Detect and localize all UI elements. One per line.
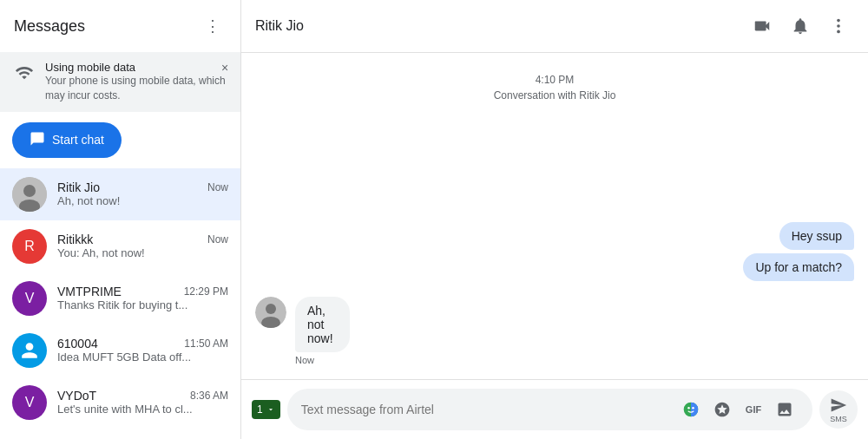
received-message: Ah, not now! bbox=[295, 297, 350, 352]
conv-name-row: VMTPRIME 12:29 PM bbox=[57, 285, 228, 298]
messages-bottom: Hey ssup Up for a match? Ah, not now! No… bbox=[255, 222, 854, 365]
avatar bbox=[255, 297, 286, 328]
banner-close-button[interactable]: × bbox=[216, 59, 233, 76]
conv-name: 610004 bbox=[57, 337, 98, 351]
conv-preview: Thanks Ritik for buying t... bbox=[57, 298, 228, 311]
sim-label: 1 bbox=[257, 403, 263, 416]
svg-point-5 bbox=[837, 30, 840, 34]
svg-point-4 bbox=[837, 24, 840, 28]
sidebar-header: Messages ⋮ bbox=[0, 0, 240, 52]
conv-preview: Let's unite with MHA to cl... bbox=[57, 403, 228, 416]
svg-point-12 bbox=[687, 407, 690, 410]
notifications-button[interactable] bbox=[785, 10, 816, 42]
conv-name: Ritikkk bbox=[57, 233, 93, 246]
conversation-item[interactable]: V VYDoT 8:36 AM Let's unite with MHA to … bbox=[0, 377, 240, 429]
received-message-row: Ah, not now! Now bbox=[255, 297, 854, 365]
banner-text: Using mobile data Your phone is using mo… bbox=[45, 61, 228, 103]
sidebar: Messages ⋮ Using mobile data Your phone … bbox=[0, 0, 241, 439]
conversation-item[interactable]: V VMTPRIME 12:29 PM Thanks Ritik for buy… bbox=[0, 272, 240, 324]
conv-name-row: VYDoT 8:36 AM bbox=[57, 389, 228, 403]
conv-time: 8:36 AM bbox=[190, 390, 228, 402]
conv-name-row: 610004 11:50 AM bbox=[57, 337, 228, 351]
conv-time: Now bbox=[207, 233, 228, 246]
start-chat-label: Start chat bbox=[52, 133, 104, 147]
avatar bbox=[12, 333, 47, 368]
send-label: SMS bbox=[830, 415, 847, 423]
svg-point-3 bbox=[837, 19, 840, 23]
sidebar-title: Messages bbox=[14, 17, 85, 36]
received-time: Now bbox=[295, 355, 387, 365]
chat-contact-name: Ritik Jio bbox=[255, 18, 304, 34]
svg-point-13 bbox=[692, 407, 694, 410]
conv-preview: You: Ah, not now! bbox=[57, 246, 228, 259]
message-input-wrapper: GIF bbox=[287, 389, 812, 430]
conv-name: VYDoT bbox=[57, 389, 96, 403]
time-label: 4:10 PM bbox=[255, 74, 854, 86]
conv-name: Ritik Jio bbox=[57, 180, 100, 194]
banner-title: Using mobile data bbox=[45, 61, 228, 74]
avatar: R bbox=[12, 229, 47, 264]
conv-time: 11:50 AM bbox=[184, 337, 228, 350]
input-actions: GIF bbox=[677, 396, 799, 423]
conv-info: Ritikkk Now You: Ah, not now! bbox=[57, 233, 228, 259]
conversation-item[interactable]: R Ritikkk Now You: Ah, not now! bbox=[0, 220, 240, 272]
conv-info: Ritik Jio Now Ah, not now! bbox=[57, 180, 228, 207]
chat-area: Ritik Jio 4:10 PM Conversation with Riti… bbox=[241, 0, 868, 439]
avatar bbox=[12, 177, 47, 212]
send-button[interactable]: SMS bbox=[819, 390, 858, 429]
conversation-item[interactable]: Ritik Jio Now Ah, not now! bbox=[0, 168, 240, 220]
received-content: Ah, not now! Now bbox=[295, 297, 387, 365]
conv-info: VMTPRIME 12:29 PM Thanks Ritik for buyin… bbox=[57, 285, 228, 311]
conv-name: VMTPRIME bbox=[57, 285, 122, 298]
signal-icon bbox=[12, 61, 36, 85]
mobile-data-banner: Using mobile data Your phone is using mo… bbox=[0, 52, 240, 112]
image-button[interactable] bbox=[771, 396, 799, 423]
svg-point-7 bbox=[266, 304, 276, 314]
rcs-emoji-button[interactable] bbox=[677, 396, 705, 423]
conv-info: 610004 11:50 AM Idea MUFT 5GB Data off..… bbox=[57, 337, 228, 364]
conv-preview: Ah, not now! bbox=[57, 194, 228, 207]
start-chat-button[interactable]: Start chat bbox=[12, 122, 122, 158]
chat-icon bbox=[30, 131, 45, 149]
conv-label: Conversation with Ritik Jio bbox=[255, 89, 854, 102]
sent-message: Hey ssup bbox=[779, 222, 854, 250]
chat-header-actions bbox=[746, 10, 854, 42]
avatar: V bbox=[12, 385, 47, 420]
input-area: 1 bbox=[241, 379, 868, 439]
conv-name-row: Ritikkk Now bbox=[57, 233, 228, 246]
sidebar-more-button[interactable]: ⋮ bbox=[199, 12, 227, 40]
gif-button[interactable]: GIF bbox=[740, 396, 767, 423]
svg-point-1 bbox=[23, 185, 36, 197]
avatar: V bbox=[12, 281, 47, 316]
conversation-item[interactable]: 610004 11:50 AM Idea MUFT 5GB Data off..… bbox=[0, 324, 240, 377]
message-input[interactable] bbox=[301, 403, 677, 416]
sent-messages: Hey ssup Up for a match? bbox=[255, 222, 854, 281]
conv-name-row: Ritik Jio Now bbox=[57, 180, 228, 194]
conv-preview: Idea MUFT 5GB Data off... bbox=[57, 351, 228, 364]
chat-more-button[interactable] bbox=[823, 10, 854, 42]
conv-time: Now bbox=[207, 181, 228, 193]
conv-info: VYDoT 8:36 AM Let's unite with MHA to cl… bbox=[57, 389, 228, 416]
video-call-button[interactable] bbox=[746, 10, 778, 42]
sticker-button[interactable] bbox=[708, 396, 736, 423]
banner-description: Your phone is using mobile data, which m… bbox=[45, 74, 228, 103]
sent-message: Up for a match? bbox=[743, 253, 854, 281]
sim-selector-button[interactable]: 1 bbox=[252, 400, 280, 419]
messages-container: 4:10 PM Conversation with Ritik Jio Hey … bbox=[241, 53, 868, 379]
conversation-list: Ritik Jio Now Ah, not now! R Ritikkk Now… bbox=[0, 168, 240, 439]
chat-header: Ritik Jio bbox=[241, 0, 868, 53]
conv-time: 12:29 PM bbox=[184, 285, 228, 298]
